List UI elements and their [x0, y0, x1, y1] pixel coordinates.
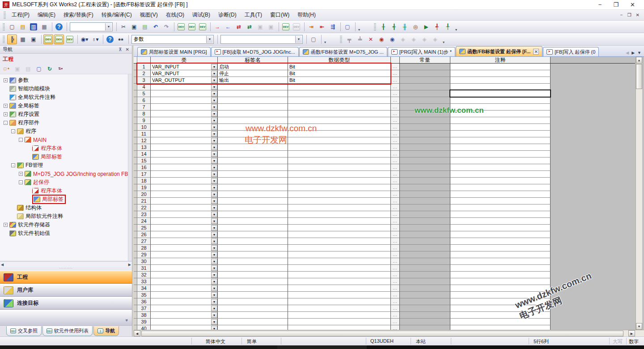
label-name-cell[interactable]: 启动 — [218, 64, 288, 70]
data-type-cell[interactable] — [288, 111, 391, 117]
verify-with-plc-button[interactable]: ⇄ — [234, 22, 244, 32]
class-cell[interactable]: ▼ — [151, 97, 218, 104]
menu-online[interactable]: 在线(O) — [162, 10, 188, 20]
class-cell[interactable]: ▼ — [151, 178, 218, 184]
tree-expand-icon[interactable]: - — [4, 121, 8, 125]
class-cell[interactable]: ▼ — [151, 164, 218, 171]
tree-item-程序本体[interactable]: 程序本体 — [0, 144, 132, 153]
data-type-cell[interactable] — [288, 90, 391, 97]
device-write-button[interactable]: DEV — [281, 22, 291, 32]
label-name-cell[interactable] — [218, 111, 288, 117]
monitor-write-button[interactable]: ▣ — [255, 22, 265, 32]
label-name-cell[interactable] — [218, 211, 288, 218]
data-type-cell[interactable] — [288, 144, 391, 151]
tree-item-局部标签[interactable]: 局部标签 — [0, 195, 132, 204]
label-name-cell[interactable] — [218, 305, 288, 312]
class-dropdown-icon[interactable]: ▼ — [211, 165, 217, 170]
jump-4-button[interactable]: ◈ — [430, 34, 440, 44]
doc-tab[interactable]: [FB]写入 起保停 (0 — [543, 47, 599, 56]
class-cell[interactable]: ▼ — [151, 285, 218, 292]
data-type-cell[interactable]: Bit — [288, 70, 391, 77]
label-name-cell[interactable] — [218, 278, 288, 285]
class-dropdown-icon[interactable]: ▼ — [211, 272, 217, 278]
label-name-cell[interactable] — [218, 225, 288, 231]
tree-item-M+D75_JOG JOG/Inching operation FB[interactable]: +M+D75_JOG JOG/Inching operation FB — [0, 170, 132, 178]
tree-item-全局标签[interactable]: +全局标签 — [0, 102, 132, 110]
data-type-cell[interactable] — [288, 265, 391, 272]
data-type-cell[interactable] — [288, 305, 391, 312]
data-type-cell[interactable] — [288, 218, 391, 225]
data-type-browse-button[interactable]: ... — [391, 198, 400, 204]
data-type-cell[interactable] — [288, 272, 391, 278]
data-type-cell[interactable]: Bit — [288, 77, 391, 84]
label-name-cell[interactable] — [218, 191, 288, 198]
label-name-cell[interactable] — [218, 312, 288, 319]
class-cell[interactable]: ▼ — [151, 84, 218, 90]
mdi-close-icon[interactable]: ✕ — [636, 13, 640, 17]
class-cell[interactable]: ▼ — [151, 198, 218, 204]
display-content-button[interactable]: ▢ — [309, 34, 318, 44]
data-type-browse-button[interactable]: ... — [391, 137, 400, 144]
class-cell[interactable]: ▼ — [151, 325, 218, 330]
data-type-browse-button[interactable]: ... — [391, 298, 400, 305]
class-cell[interactable]: VAR_OUTPUT▼ — [151, 77, 218, 84]
comment-cell[interactable] — [450, 117, 551, 124]
paste-button[interactable]: ▤ — [140, 22, 150, 32]
menu-view[interactable]: 视图(V) — [136, 10, 162, 20]
chevron-down-icon[interactable]: ▼ — [105, 23, 112, 30]
label-name-cell[interactable] — [218, 265, 288, 272]
data-type-cell[interactable] — [288, 231, 391, 238]
jump-2-button[interactable]: ◈ — [409, 34, 419, 44]
class-cell[interactable]: ▼ — [151, 319, 218, 325]
data-type-browse-button[interactable]: ... — [391, 278, 400, 285]
data-type-browse-button[interactable]: ... — [391, 124, 400, 131]
write-to-plc-button[interactable]: → — [212, 22, 222, 32]
class-cell[interactable]: ▼ — [151, 245, 218, 251]
class-dropdown-icon[interactable]: ▼ — [211, 252, 217, 258]
scroll-left-icon[interactable]: ◀ — [1, 263, 4, 267]
data-type-browse-button[interactable]: ... — [391, 77, 400, 84]
comment-cell[interactable] — [450, 157, 551, 164]
tree-item-起保停[interactable]: -起保停 — [0, 178, 132, 187]
undo-button[interactable]: ↶ — [151, 22, 161, 32]
jump-3-button[interactable]: ◈ — [419, 34, 429, 44]
scroll-right-icon[interactable]: ▶ — [128, 263, 131, 267]
menu-tool[interactable]: 工具(T) — [241, 10, 266, 20]
class-cell[interactable]: ▼ — [151, 171, 218, 178]
label-name-cell[interactable] — [218, 238, 288, 245]
comment-cell[interactable] — [450, 191, 551, 198]
label-name-cell[interactable] — [218, 90, 288, 97]
class-dropdown-icon[interactable]: ▼ — [211, 285, 217, 291]
tab-close-icon[interactable]: ✕ — [533, 49, 539, 55]
class-cell[interactable]: VAR_INPUT▼ — [151, 64, 218, 70]
toolbar-overflow-icon[interactable]: ▾ — [323, 40, 327, 44]
data-type-cell[interactable] — [288, 184, 391, 191]
class-cell[interactable]: ▼ — [151, 184, 218, 191]
scroll-up-icon[interactable]: ▲ — [636, 57, 642, 64]
label-name-cell[interactable] — [218, 157, 288, 164]
class-cell[interactable]: ▼ — [151, 211, 218, 218]
class-dropdown-icon[interactable]: ▼ — [211, 326, 217, 330]
tree-expand-icon[interactable]: + — [4, 223, 8, 227]
refresh-button[interactable]: ↻ — [45, 64, 54, 73]
class-dropdown-icon[interactable]: ▼ — [211, 225, 217, 231]
data-type-cell[interactable] — [288, 225, 391, 231]
scroll-right-icon[interactable]: ▶ — [628, 330, 635, 336]
comment-cell[interactable] — [450, 272, 551, 278]
comment-cell[interactable] — [450, 64, 551, 70]
open-project-button[interactable]: ▤ — [18, 22, 28, 32]
comment-cell[interactable] — [450, 265, 551, 272]
tree-expand-icon[interactable]: - — [11, 129, 15, 133]
paste-data-button[interactable]: ▤ — [24, 64, 33, 73]
class-cell[interactable]: ▼ — [151, 312, 218, 319]
tree-item-FB管理[interactable]: -FB管理 — [0, 161, 132, 170]
class-dropdown-icon[interactable]: ▼ — [211, 218, 217, 224]
tree-item-软元件存储器[interactable]: +软元件存储器 — [0, 221, 132, 229]
tab-scroll-right-icon[interactable]: ▶ — [631, 51, 635, 55]
device-read-button[interactable]: DEV — [292, 22, 301, 32]
label-name-cell[interactable] — [218, 171, 288, 178]
row-insert-button[interactable]: ╤ — [344, 34, 354, 44]
label-name-cell[interactable] — [218, 272, 288, 278]
doc-tab[interactable]: [PRG]写入 MAIN (1)步 * — [388, 47, 455, 56]
tree-expand-icon[interactable]: - — [11, 163, 15, 167]
